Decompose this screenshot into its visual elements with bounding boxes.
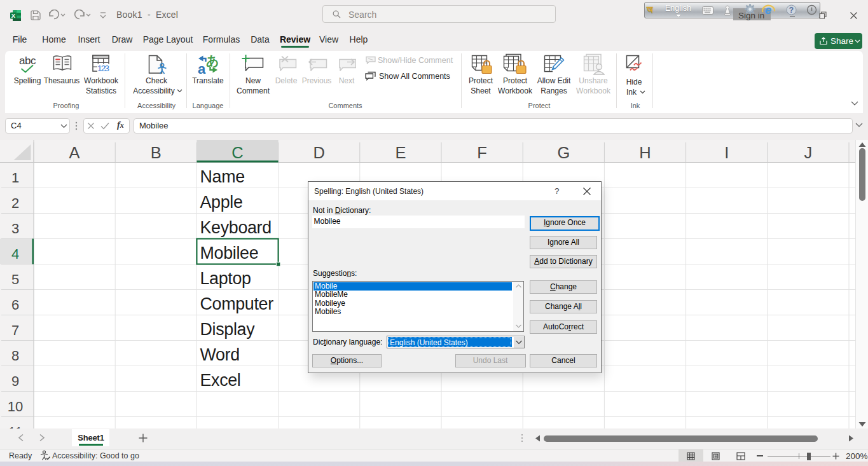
svg-text:Laptop: Laptop [200,269,251,288]
svg-text:4: 4 [11,246,19,262]
svg-text:8: 8 [11,348,19,364]
svg-text:H: H [639,144,651,161]
svg-text:Mobilee: Mobilee [200,243,259,263]
svg-text:10: 10 [8,399,23,415]
svg-text:9: 9 [11,373,19,389]
svg-text:E: E [395,144,406,161]
svg-text:Word: Word [200,345,240,364]
svg-text:F: F [477,144,487,161]
svg-text:123: 123 [97,64,109,73]
svg-text:3: 3 [11,221,19,236]
svg-text:6: 6 [11,297,19,313]
svg-text:J: J [804,144,813,161]
svg-text:Excel: Excel [200,371,241,390]
svg-text:I: I [724,144,729,161]
svg-text:B: B [151,144,162,161]
svg-text:5: 5 [11,271,19,287]
svg-text:D: D [313,144,324,161]
svg-text:a: a [198,61,206,74]
svg-text:Keyboard: Keyboard [200,218,272,237]
svg-text:Computer: Computer [200,294,274,313]
svg-text:あ: あ [206,54,219,68]
svg-text:7: 7 [11,322,19,338]
svg-text:2: 2 [11,195,19,211]
svg-text:Apple: Apple [200,193,243,212]
svg-text:Display: Display [200,320,256,339]
svg-text:1: 1 [11,170,19,186]
svg-text:C: C [231,144,243,161]
svg-text:G: G [557,144,570,161]
svg-text:A: A [69,144,80,161]
svg-text:?: ? [789,6,794,15]
svg-text:11: 11 [8,424,23,429]
svg-text:X: X [11,12,16,19]
svg-text:Name: Name [200,167,245,186]
